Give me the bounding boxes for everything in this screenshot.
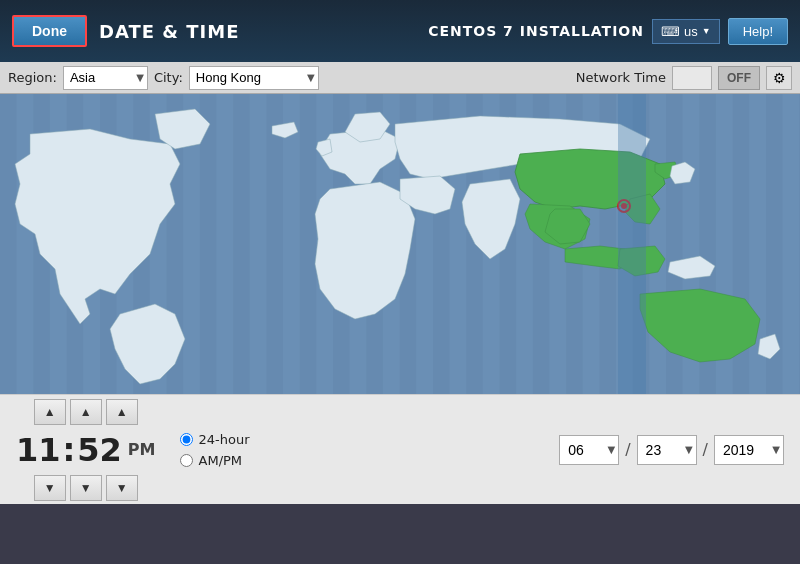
network-time-section: Network Time OFF ⚙ (576, 66, 792, 90)
city-label: City: (154, 70, 183, 85)
time-format-options: 24-hour AM/PM (180, 432, 250, 468)
region-select[interactable]: Asia Europe Americas Africa Pacific (63, 66, 148, 90)
city-select[interactable]: Hong Kong Shanghai Tokyo Singapore (189, 66, 319, 90)
help-button[interactable]: Help! (728, 18, 788, 45)
time-spinners: ▲ ▲ ▲ 11 : 52 PM ▼ ▼ ▼ (16, 399, 156, 501)
time-display: 11 : 52 PM (16, 431, 156, 469)
format-ampm-label: AM/PM (199, 453, 243, 468)
page-title: DATE & TIME (99, 21, 239, 42)
bottom-controls: ▲ ▲ ▲ 11 : 52 PM ▼ ▼ ▼ (0, 394, 800, 504)
centos-title: CENTOS 7 INSTALLATION (428, 23, 644, 39)
svg-rect-5 (618, 94, 646, 394)
month-select-wrapper: 010203 040506 070809 101112 ▼ (559, 435, 619, 465)
hours-display: 11 (16, 431, 61, 469)
seconds-up-button[interactable]: ▲ (106, 399, 138, 425)
language-button[interactable]: ⌨ us ▼ (652, 19, 720, 44)
up-arrow-icon: ▲ (44, 405, 56, 419)
done-button[interactable]: Done (12, 15, 87, 47)
controls-bar: Region: Asia Europe Americas Africa Paci… (0, 62, 800, 94)
world-map[interactable] (0, 94, 800, 394)
up-arrow-icon-2: ▲ (80, 405, 92, 419)
minutes-up-button[interactable]: ▲ (70, 399, 102, 425)
time-colon: : (63, 431, 76, 469)
chevron-down-icon: ▼ (702, 26, 711, 36)
time-up-row: ▲ ▲ ▲ (34, 399, 138, 425)
ntp-settings-button[interactable]: ⚙ (766, 66, 792, 90)
format-ampm-option[interactable]: AM/PM (180, 453, 250, 468)
time-down-row: ▼ ▼ ▼ (34, 475, 138, 501)
format-24h-option[interactable]: 24-hour (180, 432, 250, 447)
minutes-display: 52 (77, 431, 122, 469)
gear-icon: ⚙ (773, 70, 786, 86)
hours-up-button[interactable]: ▲ (34, 399, 66, 425)
header-right: CENTOS 7 INSTALLATION ⌨ us ▼ Help! (428, 18, 788, 45)
header: Done DATE & TIME CENTOS 7 INSTALLATION ⌨… (0, 0, 800, 62)
ampm-display: PM (128, 440, 156, 459)
month-select[interactable]: 010203 040506 070809 101112 (559, 435, 619, 465)
down-arrow-icon: ▼ (44, 481, 56, 495)
network-time-label: Network Time (576, 70, 666, 85)
format-24h-radio[interactable] (180, 433, 193, 446)
network-time-input[interactable] (672, 66, 712, 90)
format-ampm-radio[interactable] (180, 454, 193, 467)
region-label: Region: (8, 70, 57, 85)
date-separator-1: / (625, 440, 630, 459)
hours-down-button[interactable]: ▼ (34, 475, 66, 501)
lang-code: us (684, 24, 698, 39)
city-select-wrapper: Hong Kong Shanghai Tokyo Singapore ▼ (189, 66, 319, 90)
region-select-wrapper: Asia Europe Americas Africa Pacific ▼ (63, 66, 148, 90)
day-select[interactable]: 01020304 05101520 23253031 (637, 435, 697, 465)
down-arrow-icon-3: ▼ (116, 481, 128, 495)
down-arrow-icon-2: ▼ (80, 481, 92, 495)
date-section: 010203 040506 070809 101112 ▼ / 01020304… (559, 435, 784, 465)
minutes-down-button[interactable]: ▼ (70, 475, 102, 501)
date-separator-2: / (703, 440, 708, 459)
map-svg (0, 94, 800, 394)
format-24h-label: 24-hour (199, 432, 250, 447)
header-left: Done DATE & TIME (12, 15, 239, 47)
network-time-toggle[interactable]: OFF (718, 66, 760, 90)
year-select-wrapper: 2017201820192020 ▼ (714, 435, 784, 465)
year-select[interactable]: 2017201820192020 (714, 435, 784, 465)
up-arrow-icon-3: ▲ (116, 405, 128, 419)
seconds-down-button[interactable]: ▼ (106, 475, 138, 501)
keyboard-icon: ⌨ (661, 24, 680, 39)
day-select-wrapper: 01020304 05101520 23253031 ▼ (637, 435, 697, 465)
